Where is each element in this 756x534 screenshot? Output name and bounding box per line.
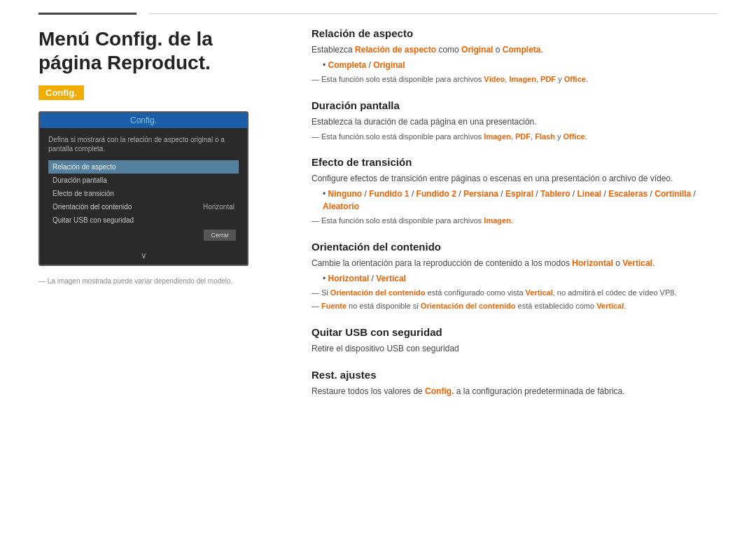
bullet-item: Horizontal / Vertical: [323, 272, 718, 285]
normal-text: /: [456, 189, 463, 199]
normal-text: , no admitirá el códec de vídeo VP8.: [553, 288, 677, 297]
screen-menu-item-label: Relación de aspecto: [52, 163, 116, 171]
normal-text: Restaure todos los valores de: [312, 386, 425, 396]
section-quitar-usb: Quitar USB con seguridadRetire el dispos…: [312, 326, 718, 355]
normal-text: no está disponible si: [346, 302, 421, 310]
highlighted-text: Tablero: [540, 189, 570, 199]
highlighted-text: Office: [564, 75, 586, 83]
highlighted-text: Fundido 2: [416, 189, 456, 199]
section-paragraph: Restaure todos los valores de Config. a …: [312, 385, 718, 398]
highlighted-text: Escaleras: [608, 189, 648, 199]
highlighted-text: Horizontal: [572, 258, 613, 268]
normal-text: /: [648, 189, 654, 199]
screen-menu-item-value: Horizontal: [203, 203, 234, 211]
normal-text: Esta función solo está disponible para a…: [321, 75, 484, 83]
highlighted-text: Horizontal: [328, 274, 370, 283]
highlighted-text: Vertical: [376, 274, 406, 283]
highlighted-text: Orientación del contenido: [330, 288, 426, 297]
note-item: Esta función solo está disponible para a…: [312, 131, 718, 143]
highlighted-text: Completa: [503, 45, 541, 55]
screen-menu-item-label: Quitar USB con seguridad: [52, 216, 134, 224]
section-orientacion-contenido: Orientación del contenidoCambie la orien…: [312, 241, 718, 312]
section-title: Orientación del contenido: [312, 241, 718, 253]
normal-text: Configure efectos de transición entre pá…: [312, 174, 673, 183]
normal-text: Cambie la orientación para la reproducci…: [312, 258, 572, 268]
normal-text: como: [436, 45, 461, 55]
footnote: La imagen mostrada puede variar dependie…: [38, 277, 276, 285]
section-paragraph: Establezca Relación de aspecto como Orig…: [312, 43, 718, 56]
screen-title-bar: Config.: [40, 113, 247, 128]
left-column: Menú Config. de la página Reproduct. Con…: [38, 27, 276, 412]
normal-text: o: [493, 45, 502, 55]
normal-text: Si: [321, 288, 330, 297]
highlighted-text: Cortinilla: [654, 189, 691, 199]
normal-text: .: [586, 75, 588, 83]
sections-container: Relación de aspectoEstablezca Relación d…: [312, 27, 718, 398]
cerrar-button[interactable]: Cerrar: [204, 230, 236, 241]
screen-chevron: ∨: [40, 248, 247, 265]
section-title: Relación de aspecto: [312, 27, 718, 39]
screen-menu-item: Quitar USB con seguridad: [48, 213, 239, 227]
page-title: Menú Config. de la página Reproduct.: [38, 27, 276, 74]
normal-text: .: [585, 132, 587, 141]
normal-text: .: [540, 45, 542, 55]
section-paragraph: Cambie la orientación para la reproducci…: [312, 257, 718, 269]
normal-text: está establecido como: [516, 302, 597, 310]
highlighted-text: Vertical: [526, 288, 553, 297]
config-badge: Config.: [38, 85, 84, 100]
screen-menu-item: Orientación del contenidoHorizontal: [48, 200, 239, 213]
section-title: Rest. ajustes: [312, 369, 718, 381]
normal-text: /: [601, 189, 608, 199]
normal-text: .: [652, 258, 654, 268]
highlighted-text: Orientación del contenido: [421, 302, 516, 310]
section-relacion-aspecto: Relación de aspectoEstablezca Relación d…: [312, 27, 718, 85]
right-column: Relación de aspectoEstablezca Relación d…: [312, 27, 718, 412]
highlighted-text: Fundido 1: [369, 189, 409, 199]
normal-text: .: [624, 302, 626, 310]
normal-text: Esta función solo está disponible para a…: [321, 216, 484, 225]
note-item: Esta función solo está disponible para a…: [312, 215, 718, 227]
screen-desc: Defina si mostrará con la relación de as…: [48, 135, 239, 153]
normal-text: está configurado como vista: [426, 288, 526, 297]
normal-text: Establezca la duración de cada página en…: [312, 117, 537, 127]
screen-menu-item-label: Duración pantalla: [52, 176, 107, 184]
note-item: Esta función solo está disponible para a…: [312, 73, 718, 85]
screen-menu-item-label: Orientación del contenido: [52, 203, 132, 211]
note-item: Si Orientación del contenido está config…: [312, 287, 718, 299]
top-bar-left-line: [38, 13, 136, 15]
normal-text: /: [362, 189, 369, 199]
section-paragraph: Retire el dispositivo USB con seguridad: [312, 342, 718, 355]
section-title: Duración pantalla: [312, 99, 718, 111]
highlighted-text: Imagen: [484, 216, 511, 225]
highlighted-text: Vídeo: [484, 75, 505, 83]
highlighted-text: Original: [373, 60, 405, 70]
screen-menu-item: Relación de aspecto: [48, 160, 239, 174]
normal-text: Establezca: [312, 45, 355, 55]
screen-body: Defina si mostrará con la relación de as…: [40, 128, 247, 248]
highlighted-text: Vertical: [622, 258, 652, 268]
highlighted-text: Fuente: [321, 302, 346, 310]
bullet-item: Completa / Original: [323, 59, 718, 71]
highlighted-text: Flash: [535, 132, 555, 141]
normal-text: a la configuración predeterminada de fáb…: [454, 386, 624, 396]
normal-text: o: [613, 258, 622, 268]
normal-text: Retire el dispositivo USB con seguridad: [312, 344, 459, 353]
section-duracion-pantalla: Duración pantallaEstablezca la duración …: [312, 99, 718, 143]
highlighted-text: Ninguno: [328, 189, 363, 199]
section-rest-ajustes: Rest. ajustesRestaure todos los valores …: [312, 369, 718, 398]
screen-mockup: Config. Defina si mostrará con la relaci…: [38, 111, 248, 266]
section-title: Efecto de transición: [312, 156, 718, 168]
normal-text: /: [369, 274, 376, 283]
normal-text: /: [366, 60, 373, 70]
screen-menu-item: Efecto de transición: [48, 187, 239, 200]
highlighted-text: PDF: [540, 75, 556, 83]
highlighted-text: Espiral: [505, 189, 533, 199]
normal-text: .: [511, 216, 513, 225]
normal-text: /: [570, 189, 577, 199]
section-paragraph: Configure efectos de transición entre pá…: [312, 172, 718, 185]
section-title: Quitar USB con seguridad: [312, 326, 718, 338]
bullet-item: Ninguno / Fundido 1 / Fundido 2 / Persia…: [323, 188, 718, 213]
screen-menu-item: Duración pantalla: [48, 174, 239, 187]
note-item: Fuente no está disponible si Orientación…: [312, 300, 718, 312]
normal-text: /: [498, 189, 505, 199]
